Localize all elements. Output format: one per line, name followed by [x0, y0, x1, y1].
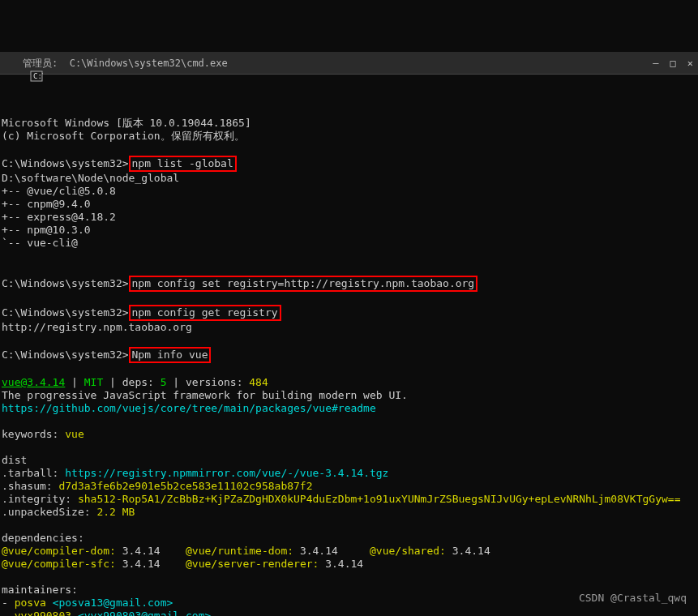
m1-name: posva: [15, 597, 46, 609]
dash: -: [2, 597, 15, 609]
dep3-name: @vue/shared:: [370, 545, 446, 557]
dep2-ver: 3.4.14: [300, 545, 338, 557]
dep1-name: @vue/compiler-dom:: [2, 545, 116, 557]
shasum-label: .shasum:: [2, 480, 53, 492]
unpacked-label: .unpackedSize:: [2, 506, 91, 518]
maximize-button[interactable]: □: [670, 57, 676, 70]
cmd-icon: C:\: [5, 57, 18, 70]
prompt-2: C:\Windows\system32>: [2, 277, 129, 289]
tarball-label: .tarball:: [2, 467, 58, 479]
registry-output: http://registry.npm.taobao.org: [2, 321, 192, 333]
cmd-1: npm list -global: [129, 156, 237, 172]
unpacked-val: 2.2 MB: [96, 506, 135, 518]
window-title: 管理员: C:\Windows\system32\cmd.exe: [23, 57, 228, 70]
prompt-3: C:\Windows\system32>: [2, 306, 129, 319]
integrity-val: sha512-Rop5A1/ZcBbBz+KjPZaZDgHDX0kUP4duE…: [78, 493, 681, 505]
versions-count: 484: [249, 376, 268, 388]
dep5-name: @vue/server-renderer:: [186, 558, 319, 570]
shasum-val: d7d3a3fe6b2e901e5b2ce583e11102c958ab87f2: [58, 480, 312, 492]
pkg-1: +-- cnpm@9.4.0: [2, 198, 91, 210]
deps-count: 5: [161, 376, 167, 388]
keywords-label: keywords:: [2, 428, 58, 440]
tarball-url: https://registry.npmmirror.com/vue/-/vue…: [65, 467, 388, 479]
terminal-body[interactable]: Microsoft Windows [版本 10.0.19044.1865] (…: [0, 101, 698, 616]
dep4-name: @vue/compiler-sfc:: [2, 558, 116, 570]
integrity-label: .integrity:: [2, 493, 71, 505]
dep3-ver: 3.4.14: [452, 545, 490, 557]
header-line1: Microsoft Windows [版本 10.0.19044.1865]: [2, 117, 251, 129]
m1-mail: <posva13@gmail.com>: [53, 597, 173, 609]
pkg-0: +-- @vue/cli@5.0.8: [2, 185, 116, 197]
cmd-4: Npm info vue: [129, 347, 212, 363]
cmd-3: npm config get registry: [129, 305, 281, 321]
dash: -: [2, 610, 15, 616]
dep1-ver: 3.4.14: [122, 545, 161, 557]
vue-name: vue@: [2, 376, 27, 388]
close-button[interactable]: ✕: [687, 57, 693, 70]
vue-license: MIT: [84, 376, 103, 388]
prompt-1: C:\Windows\system32>: [2, 157, 129, 169]
dep2-name: @vue/runtime-dom:: [186, 545, 293, 557]
pkg-4: `-- vue-cli@: [2, 237, 78, 249]
versions-label: versions:: [186, 376, 242, 388]
vue-version: 3.4.14: [27, 376, 65, 388]
title-bar: C:\ 管理员: C:\Windows\system32\cmd.exe — □…: [0, 52, 698, 75]
deps-section: dependencies:: [2, 532, 84, 544]
deps-label: deps:: [122, 376, 154, 388]
watermark: CSDN @Crastal_qwq: [579, 592, 687, 605]
m2-name: yyx990803: [15, 610, 71, 616]
dep4-ver: 3.4.14: [122, 558, 161, 570]
keywords-val: vue: [65, 428, 84, 440]
pkg-3: +-- npm@10.3.0: [2, 224, 91, 236]
pkg-2: +-- express@4.18.2: [2, 211, 116, 223]
dep5-ver: 3.4.14: [325, 558, 363, 570]
prompt-4: C:\Windows\system32>: [2, 349, 129, 361]
dist-label: dist: [2, 454, 27, 466]
vue-desc: The progressive JavaScript framework for…: [2, 389, 408, 401]
list-root: D:\software\Node\node_global: [2, 172, 179, 184]
vue-url: https://github.com/vuejs/core/tree/main/…: [2, 402, 376, 414]
maintainers-label: maintainers:: [2, 584, 78, 596]
m2-mail: <yyx990803@gmail.com>: [78, 610, 211, 616]
header-line2: (c) Microsoft Corporation。保留所有权利。: [2, 130, 245, 142]
cmd-2: npm config set registry=http://registry.…: [129, 276, 478, 292]
window-controls: — □ ✕: [653, 57, 693, 70]
svg-text:C:\: C:\: [33, 72, 43, 80]
minimize-button[interactable]: —: [653, 57, 658, 70]
